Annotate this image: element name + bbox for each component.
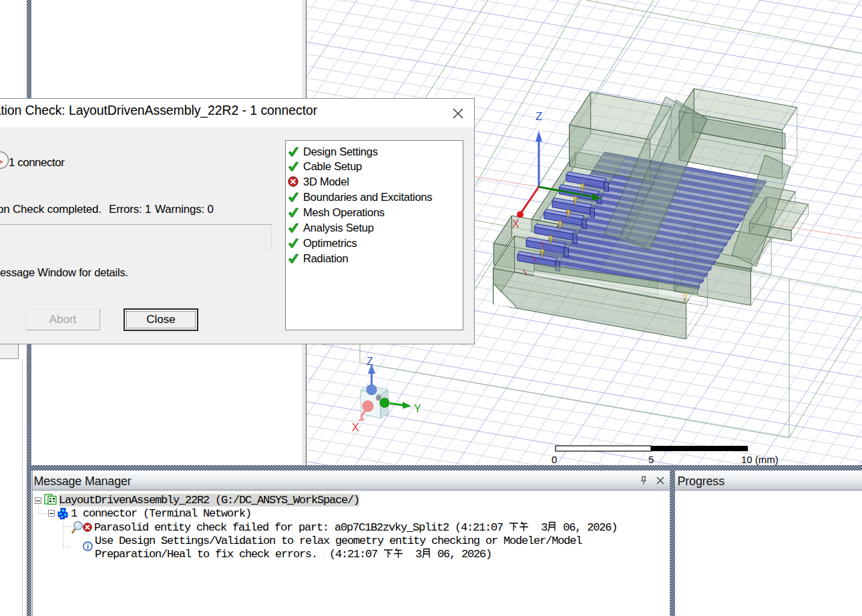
svg-text:X: X bbox=[352, 422, 359, 433]
svg-text:10 (mm): 10 (mm) bbox=[741, 454, 779, 465]
svg-text:0: 0 bbox=[552, 454, 557, 465]
svg-text:5: 5 bbox=[648, 454, 654, 465]
svg-text:Z: Z bbox=[367, 356, 373, 367]
svg-text:Z: Z bbox=[535, 110, 542, 123]
svg-text:Y: Y bbox=[414, 403, 421, 414]
svg-text:X: X bbox=[512, 218, 519, 230]
